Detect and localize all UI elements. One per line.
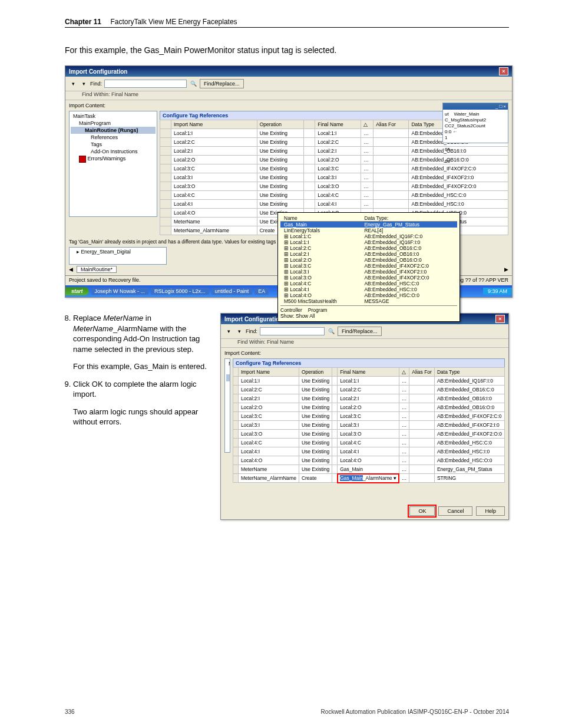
content-tree[interactable]: MainTask MainProgram MainRoutine (Rungs)…: [69, 111, 157, 217]
expand-down-icon[interactable]: ▾: [69, 81, 77, 87]
status-left: Project saved to Recovery file.: [69, 277, 141, 283]
table-row[interactable]: Local:3:CUse ExistingLocal:3:C…AB:Embedd…: [233, 412, 504, 421]
list-item[interactable]: ⊞ Local:1:CAB:Embedded_IQ16F:C:0: [280, 233, 457, 239]
list-item[interactable]: ⊞ Local:3:OAB:Embedded_IF4XOF2:O:0: [280, 275, 457, 281]
list-item[interactable]: ⊞ Local:1:IAB:Embedded_IQ16F:I:0: [280, 239, 457, 245]
page-footer: 336 Rockwell Automation Publication IASI…: [65, 709, 509, 715]
tree-item[interactable]: Errors/Warnings: [226, 403, 230, 411]
cancel-button[interactable]: Cancel: [438, 506, 472, 516]
screenshot-2: Import Configuration × ▾ ▾ Find: 🔍 Find/…: [220, 313, 509, 520]
tree-item[interactable]: MainProgram: [226, 367, 230, 374]
tree-item[interactable]: Tags: [226, 388, 230, 396]
tree-item[interactable]: Add-On Instructions: [226, 396, 230, 403]
binoculars-icon[interactable]: 🔍: [189, 81, 197, 87]
find-toolbar: ▾ ▾ Find: 🔍 Find/Replace...: [65, 77, 512, 91]
tag-grid[interactable]: Import Name Operation Final Name △ Alias…: [233, 367, 505, 483]
expand-down-icon[interactable]: ▾: [235, 328, 243, 334]
help-button[interactable]: Help: [476, 506, 505, 516]
tag-picker-flyout[interactable]: Name Data Type: Gas_MainEnergy_Gas_PM_St…: [277, 212, 460, 322]
find-replace-button[interactable]: Find/Replace...: [200, 79, 244, 88]
list-item[interactable]: ⊞ Local:4:CAB:Embedded_HSC:C:0: [280, 281, 457, 286]
step-9: Click OK to complete the alarm logic imp…: [73, 379, 212, 427]
table-row[interactable]: Local:4:CUse ExistingLocal:4:C…AB:Embedd…: [233, 439, 504, 447]
tree-item[interactable]: Add-On Instructions: [71, 148, 156, 155]
find-within-label: Find Within: Final Name: [221, 339, 508, 348]
expand-down-icon[interactable]: ▾: [80, 81, 88, 87]
taskbar-item[interactable]: untitled - Paint: [211, 288, 253, 295]
list-item[interactable]: M500 MiscStatusHealthMESSAGE: [280, 298, 457, 304]
table-row[interactable]: Local:3:IUse ExistingLocal:3:I…AB:Embedd…: [160, 173, 508, 182]
tab-next-icon[interactable]: ▶: [504, 266, 508, 272]
list-item[interactable]: ⊞ Local:2:OAB:Embedded_OB16:O:0: [280, 257, 457, 263]
list-item[interactable]: LInEnergyTotalsREAL[4]: [280, 228, 457, 233]
tab-mainroutine[interactable]: MainRoutine*: [77, 266, 117, 273]
tree-item[interactable]: References: [71, 134, 156, 141]
taskbar-item[interactable]: Joseph W Nowak - ...: [91, 288, 149, 295]
start-button[interactable]: start: [65, 287, 89, 295]
table-row[interactable]: Local:3:OUse ExistingLocal:3:O…AB:Embedd…: [160, 182, 508, 191]
ok-button[interactable]: OK: [409, 506, 435, 516]
flyout-show[interactable]: Show: Show All: [280, 313, 457, 319]
system-tray[interactable]: 9:39 AM: [483, 288, 512, 295]
taskbar-item[interactable]: RSLogix 5000 - L2x...: [151, 288, 209, 295]
step-8: Replace MeterName in MeterName_AlarmName…: [73, 313, 212, 372]
close-icon[interactable]: ×: [495, 315, 505, 323]
table-row[interactable]: Local:3:CUse ExistingLocal:3:C…AB:Embedd…: [160, 164, 508, 173]
table-row[interactable]: Local:4:IUse ExistingLocal:4:I…AB:Embedd…: [160, 200, 508, 209]
flyout-scope-controller[interactable]: Controller: [280, 307, 302, 313]
list-item[interactable]: ⊞ Local:2:CAB:Embedded_OB16:C:0: [280, 245, 457, 251]
taskbar-item[interactable]: EA: [254, 288, 269, 295]
table-row[interactable]: Local:4:CUse ExistingLocal:4:C…AB:Embedd…: [160, 191, 508, 200]
tree-item[interactable]: MainTask: [71, 113, 156, 120]
error-icon: [79, 156, 86, 163]
table-row[interactable]: MeterName_AlarmNameCreateGas_Main_AlarmN…: [233, 474, 504, 483]
list-item[interactable]: ⊞ Local:4:OAB:Embedded_HSC:O:0: [280, 292, 457, 298]
tree-item[interactable]: Errors/Warnings: [71, 155, 156, 163]
button-row: OK Cancel Help: [221, 503, 508, 519]
screenshot-1: Import Configuration × ▾ ▾ Find: 🔍 Find/…: [65, 65, 513, 298]
table-row[interactable]: Local:1:IUse ExistingLocal:1:I…AB:Embedd…: [233, 377, 504, 386]
table-row[interactable]: Local:2:CUse ExistingLocal:2:C…AB:Embedd…: [233, 386, 504, 394]
table-row[interactable]: Local:2:OUse ExistingLocal:2:O…AB:Embedd…: [233, 403, 504, 412]
find-input[interactable]: [104, 80, 187, 88]
table-row[interactable]: Local:2:IUse ExistingLocal:2:I…AB:Embedd…: [233, 394, 504, 403]
table-row[interactable]: Local:3:OUse ExistingLocal:3:O…AB:Embedd…: [233, 430, 504, 439]
table-row[interactable]: Local:4:IUse ExistingLocal:4:I…AB:Embedd…: [233, 447, 504, 456]
table-row[interactable]: MeterNameUse ExistingGas_Main…Energy_Gas…: [233, 465, 504, 474]
tree-item[interactable]: MainProgram: [71, 120, 156, 127]
close-icon[interactable]: ×: [499, 67, 508, 75]
grid-header-row: Import Name Operation Final Name △ Alias…: [233, 368, 504, 377]
find-replace-button[interactable]: Find/Replace...: [338, 327, 382, 336]
list-item[interactable]: ⊞ Local:4:IAB:Embedded_HSC:I:0: [280, 286, 457, 292]
list-item[interactable]: ⊞ Local:3:IAB:Embedded_IF4XOF2:I:0: [280, 269, 457, 275]
page-number: 336: [65, 709, 75, 715]
tree-item[interactable]: MainRoutine (Rungs): [226, 374, 230, 381]
maximize-icon[interactable]: □: [499, 104, 502, 109]
flyout-scope-program[interactable]: Program: [308, 307, 328, 313]
find-label: Find:: [90, 81, 102, 87]
close-icon[interactable]: ×: [503, 104, 506, 109]
list-item[interactable]: ⊞ Local:3:CAB:Embedded_IF4XOF2:C:0: [280, 263, 457, 269]
table-row[interactable]: Local:4:OUse ExistingLocal:4:O…AB:Embedd…: [233, 456, 504, 465]
expand-down-icon[interactable]: ▾: [224, 328, 233, 334]
table-row[interactable]: Local:3:IUse ExistingLocal:3:I…AB:Embedd…: [233, 421, 504, 430]
table-row[interactable]: Local:2:IUse ExistingLocal:2:I…AB:Embedd…: [160, 147, 508, 156]
tree-item[interactable]: MainTask: [226, 360, 229, 367]
small-list[interactable]: ▸ Energy_Steam_Digital: [69, 247, 167, 265]
tree-item[interactable]: References: [226, 381, 230, 388]
list-item[interactable]: ⊞ Local:2:IAB:Embedded_OB16:I:0: [280, 251, 457, 257]
binoculars-icon[interactable]: 🔍: [327, 328, 335, 334]
step-9-note: Two alarm logic rungs should appear with…: [73, 407, 212, 427]
find-input[interactable]: [260, 327, 325, 335]
window-title: Import Configuration: [224, 316, 283, 322]
content-tree[interactable]: MainTask MainProgram MainRoutine (Rungs)…: [224, 358, 230, 453]
tree-item[interactable]: MainRoutine (Rungs): [71, 127, 156, 134]
tab-prev-icon[interactable]: ◀: [69, 266, 73, 272]
minimize-icon[interactable]: _: [495, 104, 498, 109]
configure-header: Configure Tag References: [233, 358, 505, 367]
list-item[interactable]: Gas_MainEnergy_Gas_PM_Status: [280, 222, 457, 228]
import-content-label: Import Content:: [221, 348, 508, 357]
tree-item[interactable]: Tags: [71, 141, 156, 148]
table-row[interactable]: Local:2:OUse ExistingLocal:2:O…AB:Embedd…: [160, 156, 508, 164]
chapter-title: FactoryTalk View ME Energy Faceplates: [110, 18, 237, 26]
